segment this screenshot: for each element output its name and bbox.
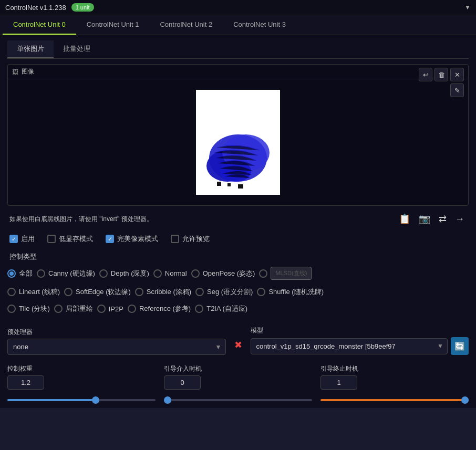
start-slider-group: 引导介入时机: [164, 364, 312, 403]
checkbox-preview[interactable]: 允许预览: [171, 234, 210, 244]
end-value-input[interactable]: [320, 375, 357, 390]
tab-unit2[interactable]: ControlNet Unit 2: [149, 15, 223, 35]
radio-t2ia[interactable]: T2IA (自适应): [195, 304, 247, 313]
hint-row: 如果使用白底黑线图片，请使用 "invert" 预处理器。 📋 📷 ⇄ →: [7, 208, 469, 230]
radio-depth[interactable]: Depth (深度): [99, 267, 149, 280]
start-value-input[interactable]: [164, 375, 201, 390]
collapse-arrow[interactable]: ▼: [464, 4, 471, 11]
edit-button[interactable]: ✎: [450, 83, 464, 97]
weight-slider[interactable]: [7, 399, 156, 401]
radio-softedge-label: SoftEdge (软边缘): [76, 287, 131, 297]
radio-inpaint-dot: [54, 305, 63, 313]
radio-normal-dot: [153, 269, 162, 278]
checkbox-pixel-label: 完美像素模式: [117, 234, 158, 244]
tab-unit1[interactable]: ControlNet Unit 1: [76, 15, 150, 35]
checkbox-lowvram[interactable]: 低显存模式: [47, 234, 93, 244]
radio-shuffle-dot: [257, 288, 265, 296]
arrow-icon[interactable]: →: [453, 213, 467, 226]
model-select-wrap: control_v1p_sd15_qrcode_monster [5b9eef9…: [251, 337, 448, 355]
radio-t2ia-dot: [195, 305, 203, 313]
preprocessor-group: 预处理器 none ▼: [7, 328, 226, 355]
radio-inpaint[interactable]: 局部重绘: [54, 304, 93, 313]
weight-slider-row: [7, 375, 156, 390]
radio-reference[interactable]: Reference (参考): [128, 304, 191, 313]
clear-button[interactable]: 🗑: [434, 68, 448, 81]
image-label: 图像: [22, 67, 34, 76]
close-button[interactable]: ✕: [450, 68, 464, 81]
radio-mlsd[interactable]: MLSD(直线): [259, 267, 312, 280]
app-title: ControlNet v1.1.238: [5, 4, 66, 12]
radio-ip2p-dot: [97, 305, 106, 313]
canvas-svg: [196, 90, 280, 195]
canvas-image: [196, 90, 280, 195]
radio-scribble-label: Scribble (涂鸦): [147, 287, 191, 297]
control-type-row2: Lineart (线稿) SoftEdge (软边缘) Scribble (涂鸦…: [7, 285, 469, 299]
radio-all[interactable]: 全部: [7, 267, 33, 280]
radio-mlsd-label: MLSD(直线): [271, 267, 312, 280]
checkbox-lowvram-box: [47, 235, 56, 243]
checkbox-enable-label: 启用: [21, 234, 35, 244]
start-slider[interactable]: [164, 399, 312, 401]
model-refresh-button[interactable]: 🔄: [451, 337, 469, 355]
radio-shuffle[interactable]: Shuffle (随机洗牌): [257, 287, 324, 297]
preprocessor-model-row: 预处理器 none ▼ ✖ 模型 control_v1p_sd15_qrcode…: [7, 323, 469, 358]
tab-unit3[interactable]: ControlNet Unit 3: [223, 15, 296, 35]
weight-slider-group: 控制权重: [7, 364, 156, 403]
clipboard-icon[interactable]: 📋: [397, 212, 412, 226]
radio-reference-label: Reference (参考): [139, 304, 191, 313]
swap-icon[interactable]: ⇄: [437, 212, 449, 226]
radio-canny[interactable]: Canny (硬边缘): [37, 267, 95, 280]
camera-icon[interactable]: 📷: [417, 212, 432, 226]
radio-normal-label: Normal: [165, 269, 187, 277]
radio-t2ia-label: T2IA (自适应): [206, 304, 247, 313]
radio-seg-label: Seg (语义分割): [207, 287, 253, 297]
model-group: 模型 control_v1p_sd15_qrcode_monster [5b9e…: [251, 326, 469, 355]
hint-text: 如果使用白底黑线图片，请使用 "invert" 预处理器。: [9, 215, 153, 224]
radio-scribble[interactable]: Scribble (涂鸦): [135, 287, 191, 297]
control-type-section: 控制类型 全部 Canny (硬边缘) Depth (深度) Normal Op…: [7, 248, 469, 316]
start-slider-wrap: [164, 395, 312, 403]
radio-ip2p[interactable]: IP2P: [97, 304, 123, 313]
radio-softedge-dot: [64, 288, 73, 296]
radio-softedge[interactable]: SoftEdge (软边缘): [64, 287, 131, 297]
sub-tabs: 单张图片 批量处理: [7, 40, 469, 59]
radio-openpose-label: OpenPose (姿态): [203, 269, 255, 278]
preprocessor-select[interactable]: none: [7, 339, 226, 355]
svg-rect-7: [238, 184, 243, 189]
checkbox-lowvram-label: 低显存模式: [59, 234, 93, 244]
hint-icons: 📋 📷 ⇄ →: [397, 212, 467, 226]
radio-tile-label: Tile (分块): [19, 304, 50, 313]
model-label: 模型: [251, 326, 469, 335]
image-area: 🖼 图像 ↩ 🗑 ✕ ✎: [7, 64, 469, 206]
sliders-row: 控制权重 引导介入时机 引导终止时机: [7, 364, 469, 403]
image-canvas[interactable]: [8, 79, 468, 205]
radio-seg[interactable]: Seg (语义分割): [195, 287, 253, 297]
checkbox-pixel[interactable]: 完美像素模式: [106, 234, 158, 244]
svg-rect-5: [217, 182, 221, 186]
end-slider-row: [320, 375, 469, 390]
radio-openpose[interactable]: OpenPose (姿态): [191, 267, 255, 280]
subtab-batch[interactable]: 批量处理: [54, 40, 100, 58]
end-slider[interactable]: [320, 399, 469, 401]
weight-slider-wrap: [7, 395, 156, 403]
tab-unit0[interactable]: ControlNet Unit 0: [3, 15, 76, 35]
radio-inpaint-label: 局部重绘: [66, 304, 93, 313]
title-bar: ControlNet v1.1.238 1 unit ▼: [0, 0, 476, 15]
undo-button[interactable]: ↩: [419, 68, 432, 81]
weight-value-input[interactable]: [7, 375, 44, 390]
radio-depth-dot: [99, 269, 108, 278]
preprocessor-select-wrap: none ▼: [7, 339, 226, 355]
radio-tile-dot: [7, 305, 16, 313]
model-select[interactable]: control_v1p_sd15_qrcode_monster [5b9eef9…: [251, 338, 448, 354]
end-slider-wrap: [320, 395, 469, 403]
subtab-single[interactable]: 单张图片: [7, 40, 54, 58]
radio-normal[interactable]: Normal: [153, 267, 187, 280]
radio-lineart[interactable]: Lineart (线稿): [7, 287, 60, 297]
error-icon-wrap: ✖: [234, 339, 242, 354]
radio-tile[interactable]: Tile (分块): [7, 304, 50, 313]
radio-openpose-dot: [191, 269, 200, 278]
image-header: 🖼 图像: [8, 65, 468, 79]
checkbox-enable[interactable]: 启用: [9, 234, 35, 244]
start-slider-row: [164, 375, 312, 390]
checkbox-preview-box: [171, 235, 179, 243]
